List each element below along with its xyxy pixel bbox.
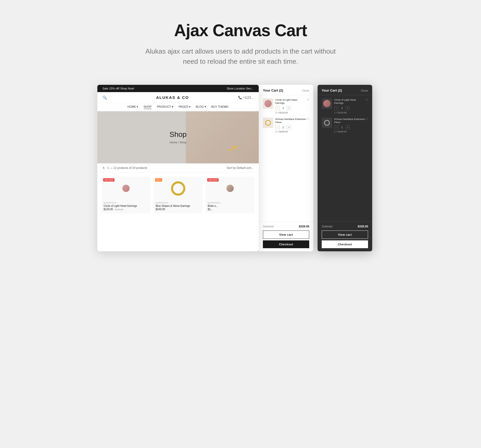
store-top-bar: Sale 15% off! Shop Now! Store Location S… [97,85,259,92]
subtotal-value-dark: $328.00 [358,225,368,228]
qty-control-1-light: − 1 + [275,106,309,110]
cart-item-name-2-dark: Echoes Necklace Extension Piece ⓘ [334,118,368,124]
qty-val-2-light: 1 [282,126,285,129]
cart-panel-light: Your Cart (2) Close Circle of Light Hear… [259,85,313,251]
store-products-grid: 15% OFF EARRINGS Circle of Light Heart E… [97,172,259,217]
subtotal-value-light: $328.00 [299,225,309,228]
cart-close-dark[interactable]: Close [361,89,368,92]
product-badge-2: HOT [155,178,162,182]
cart-item-img-2-light [263,118,273,128]
product-name-1: Circle of Light Heart Earrings [104,204,148,207]
cart-items-light: Circle of Light Heart Earrings ⓘ − 1 + 1… [259,95,313,221]
cart-footer-light: Subtotal: $328.00 View cart Checkout [259,221,313,251]
phone-icon: 📞 +1(23... [238,96,254,99]
store-nav: HOME ▾ SHOP PRODUCT ▾ PAGES ▾ BLOG ▾ BUY… [97,103,259,111]
qty-control-1-dark: − 1 + [334,106,368,110]
qty-minus-2-dark[interactable]: − [334,125,338,129]
product-price-3: $1... [208,208,252,211]
cart-header-dark: Your Cart (2) Close [318,85,372,95]
nav-home[interactable]: HOME ▾ [127,105,138,109]
cart-item-price-1-light: 1 × $129.00 [275,111,309,114]
qty-val-1-light: 1 [282,107,285,110]
nav-product[interactable]: PRODUCT ▾ [157,105,173,109]
nav-buy-theme[interactable]: BUY THEME! [211,105,229,109]
product-price-1: $129.00 $159.00 [104,208,148,211]
cart-close-light[interactable]: Close [302,89,309,92]
cart-item-details-2-dark: Echoes Necklace Extension Piece ⓘ − 1 + … [334,118,368,133]
product-name-2: Blue Stripes & Stone Earrings [156,204,200,207]
cart-title-light: Your Cart (2) [263,88,283,92]
cart-header-light: Your Cart (2) Close [259,85,313,95]
qty-val-1-dark: 1 [340,107,344,110]
view-cart-button-dark[interactable]: View cart [322,231,368,239]
checkout-button-dark[interactable]: Checkout [322,240,368,248]
product-badge-3: 15% OFF [207,178,219,182]
subtotal-label-dark: Subtotal: [322,225,333,228]
store-logo: ALUKAS & CO [107,95,238,100]
subtotal-label-light: Subtotal: [263,225,274,228]
remove-item-2-light[interactable]: ⓘ [307,118,309,121]
cart-item-price-2-dark: 1 × $199.00 [334,130,368,133]
qty-val-2-dark: 1 [340,126,344,129]
store-header: 🔍 ALUKAS & CO 📞 +1(23... [97,92,259,103]
qty-plus-1-light[interactable]: + [287,106,291,110]
qty-plus-2-light[interactable]: + [287,125,291,129]
remove-item-2-dark[interactable]: ⓘ [366,118,368,121]
page-subtitle: Alukas ajax cart allows users to add pro… [142,46,339,67]
qty-plus-1-dark[interactable]: + [346,106,350,110]
cart-item-2-dark: Echoes Necklace Extension Piece ⓘ − 1 + … [322,118,368,133]
cart-item-img-1-light [263,98,273,109]
cart-item-name-2-light: Echoes Necklace Extension Piece ⓘ [275,118,309,124]
cart-item-price-1-dark: 1 × $129.00 [334,111,368,114]
cart-item-1-dark: Circle of Light Heart Earrings ⓘ − 1 + 1… [322,98,368,114]
page-title: Ajax Canvas Cart [174,21,307,40]
product-price-2: $249.00 [156,208,200,211]
banner-title: Shop [169,130,186,139]
product-card-2[interactable]: HOT EARRINGS Blue Stripes & Stone Earrin… [154,177,202,213]
product-card-3[interactable]: 15% OFF EARRINGS Birds o... $1... [206,177,255,213]
cart-item-img-1-dark [322,98,332,109]
product-type-3: EARRINGS [208,202,252,204]
cart-footer-dark: Subtotal: $328.00 View cart Checkout [318,221,372,251]
cart-item-2-light: Echoes Necklace Extension Piece ⓘ − 1 + … [263,118,309,133]
products-count: ∧ 1 — 12 products of 24 products [103,166,147,170]
cart-panel-dark: Your Cart (2) Close Circle of Light Hear… [318,85,372,251]
nav-pages[interactable]: PAGES ▾ [179,105,191,109]
product-card-1[interactable]: 15% OFF EARRINGS Circle of Light Heart E… [102,177,150,213]
store-banner: Shop Home / Shop ↗ [97,111,259,163]
nav-blog[interactable]: BLOG ▾ [196,105,206,109]
cart-item-details-1-light: Circle of Light Heart Earrings ⓘ − 1 + 1… [275,98,309,114]
mockup-area: Sale 15% off! Shop Now! Store Location S… [97,85,384,251]
nav-shop[interactable]: SHOP [144,105,152,109]
qty-minus-1-dark[interactable]: − [334,106,338,110]
cart-item-name-1-dark: Circle of Light Heart Earrings ⓘ [334,98,368,105]
product-name-3: Birds o... [208,204,252,207]
qty-control-2-light: − 1 + [275,125,309,129]
cart-item-price-2-light: 1 × $199.00 [275,130,309,133]
qty-minus-1-light[interactable]: − [275,106,280,110]
remove-item-1-dark[interactable]: ⓘ [366,98,368,101]
cart-item-details-1-dark: Circle of Light Heart Earrings ⓘ − 1 + 1… [334,98,368,114]
subtotal-row-light: Subtotal: $328.00 [263,225,309,228]
cart-item-name-1-light: Circle of Light Heart Earrings ⓘ [275,98,309,105]
remove-item-1-light[interactable]: ⓘ [307,98,309,101]
cart-items-dark: Circle of Light Heart Earrings ⓘ − 1 + 1… [318,95,372,221]
store-sale-text: Sale 15% off! Shop Now! [103,87,134,90]
cart-title-dark: Your Cart (2) [322,88,342,92]
cart-item-1-light: Circle of Light Heart Earrings ⓘ − 1 + 1… [263,98,309,114]
product-type-2: EARRINGS [156,202,200,204]
product-type-1: EARRINGS [104,202,148,204]
checkout-button-light[interactable]: Checkout [263,240,309,248]
view-cart-button-light[interactable]: View cart [263,231,309,239]
store-location-text: Store Location Sen... [227,87,254,90]
qty-plus-2-dark[interactable]: + [346,125,350,129]
subtotal-row-dark: Subtotal: $328.00 [322,225,368,228]
store-filter-bar: ∧ 1 — 12 products of 24 products Sort by… [97,163,259,172]
qty-control-2-dark: − 1 + [334,125,368,129]
banner-breadcrumb: Home / Shop [170,141,186,144]
qty-minus-2-light[interactable]: − [275,125,280,129]
cart-item-img-2-dark [322,118,332,128]
search-icon[interactable]: 🔍 [103,95,107,100]
sort-control[interactable]: Sort by Default sort... [227,166,254,169]
cart-item-details-2-light: Echoes Necklace Extension Piece ⓘ − 1 + … [275,118,309,133]
